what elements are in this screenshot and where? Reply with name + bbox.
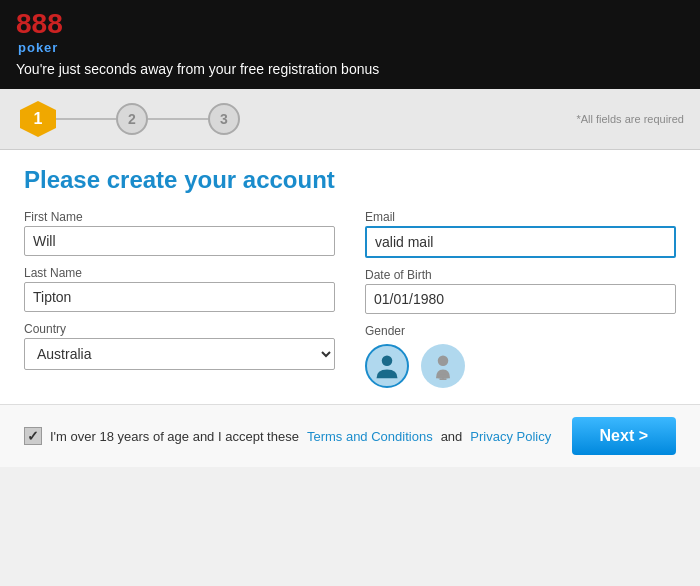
svg-point-1 [438, 356, 449, 367]
form-col-left: First Name Last Name Country Australia U… [24, 210, 335, 388]
email-group: Email [365, 210, 676, 258]
dob-group: Date of Birth [365, 268, 676, 314]
gender-icons [365, 344, 676, 388]
step-line-1 [56, 118, 116, 120]
terms-link[interactable]: Terms and Conditions [307, 429, 433, 444]
email-input[interactable] [365, 226, 676, 258]
logo-area: 888 poker [16, 10, 684, 55]
steps-bar: 1 2 3 *All fields are required [0, 89, 700, 150]
form-title: Please create your account [24, 166, 676, 194]
step-1[interactable]: 1 [20, 101, 56, 137]
male-icon [373, 352, 401, 380]
gender-male-button[interactable] [365, 344, 409, 388]
form-body: First Name Last Name Country Australia U… [24, 210, 676, 388]
step-line-2 [148, 118, 208, 120]
gender-label: Gender [365, 324, 676, 338]
email-label: Email [365, 210, 676, 224]
last-name-group: Last Name [24, 266, 335, 312]
privacy-link[interactable]: Privacy Policy [470, 429, 551, 444]
terms-text-before: I'm over 18 years of age and I accept th… [50, 429, 299, 444]
gender-group: Gender [365, 324, 676, 388]
first-name-input[interactable] [24, 226, 335, 256]
step-2[interactable]: 2 [116, 103, 148, 135]
country-group: Country Australia United States United K… [24, 322, 335, 370]
gender-female-button[interactable] [421, 344, 465, 388]
terms-row: ✓ I'm over 18 years of age and I accept … [24, 427, 551, 445]
country-select[interactable]: Australia United States United Kingdom C… [24, 338, 335, 370]
next-button[interactable]: Next > [572, 417, 676, 455]
logo-poker: poker [18, 40, 63, 55]
checkmark-icon: ✓ [27, 428, 39, 444]
header: 888 poker You're just seconds away from … [0, 0, 700, 89]
form-col-right: Email Date of Birth Gender [365, 210, 676, 388]
country-label: Country [24, 322, 335, 336]
step-3[interactable]: 3 [208, 103, 240, 135]
last-name-label: Last Name [24, 266, 335, 280]
female-icon [429, 352, 457, 380]
first-name-label: First Name [24, 210, 335, 224]
main-content: Please create your account First Name La… [0, 150, 700, 404]
required-note: *All fields are required [576, 113, 684, 125]
logo-888: 888 poker [16, 10, 63, 55]
tagline: You're just seconds away from your free … [16, 61, 684, 77]
age-checkbox[interactable]: ✓ [24, 427, 42, 445]
first-name-group: First Name [24, 210, 335, 256]
footer: ✓ I'm over 18 years of age and I accept … [0, 404, 700, 467]
terms-text-between: and [441, 429, 463, 444]
dob-label: Date of Birth [365, 268, 676, 282]
svg-point-0 [382, 356, 393, 367]
last-name-input[interactable] [24, 282, 335, 312]
dob-input[interactable] [365, 284, 676, 314]
